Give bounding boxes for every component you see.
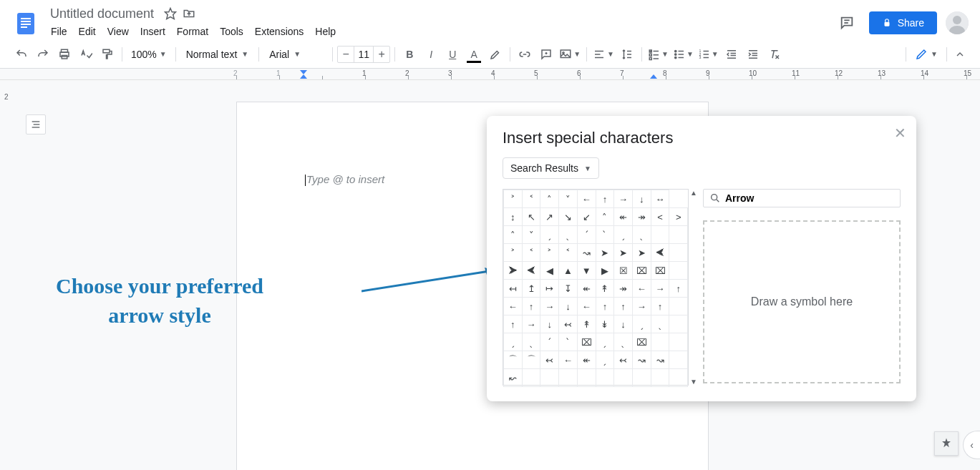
character-cell[interactable]: → xyxy=(522,315,540,333)
scroll-down-icon[interactable]: ▼ xyxy=(690,378,697,386)
character-cell[interactable] xyxy=(596,369,614,387)
character-cell[interactable]: ˏ xyxy=(540,226,559,244)
character-cell[interactable] xyxy=(669,244,688,262)
character-cell[interactable]: ➤ xyxy=(614,244,633,262)
character-cell[interactable]: ↞ xyxy=(614,208,633,226)
character-cell[interactable]: < xyxy=(651,208,669,226)
highlight-button[interactable] xyxy=(485,44,505,64)
search-box[interactable] xyxy=(703,189,901,207)
grid-scrollbar[interactable]: ▲ ▼ xyxy=(689,189,699,386)
character-cell[interactable]: ↢ xyxy=(559,315,578,333)
character-cell[interactable] xyxy=(522,369,540,387)
character-cell[interactable] xyxy=(559,369,578,387)
character-cell[interactable]: ↑ xyxy=(504,315,523,333)
character-cell[interactable]: ⌒ xyxy=(522,351,540,369)
character-cell[interactable]: ↧ xyxy=(559,280,578,298)
account-avatar[interactable] xyxy=(946,11,969,34)
character-cell[interactable]: ˎ xyxy=(651,315,669,333)
character-cell[interactable]: ↠ xyxy=(614,280,633,298)
menu-tools[interactable]: Tools xyxy=(215,23,248,40)
character-cell[interactable]: ˄ xyxy=(540,190,559,208)
close-button[interactable]: ✕ xyxy=(894,124,906,142)
character-cell[interactable]: ˄ xyxy=(596,208,614,226)
document-outline-button[interactable] xyxy=(26,114,46,134)
character-cell[interactable]: ↡ xyxy=(596,315,614,333)
insert-comment-button[interactable] xyxy=(536,44,556,64)
character-cell[interactable]: ↑ xyxy=(614,298,633,315)
spellcheck-button[interactable] xyxy=(76,44,96,64)
menu-help[interactable]: Help xyxy=(310,23,341,40)
text-color-button[interactable]: A xyxy=(464,44,484,64)
character-cell[interactable]: ← xyxy=(632,280,651,298)
character-cell[interactable]: ˅ xyxy=(559,190,578,208)
character-cell[interactable]: ˊ xyxy=(540,333,559,351)
menu-insert[interactable]: Insert xyxy=(135,23,170,40)
star-icon[interactable] xyxy=(164,7,177,20)
character-cell[interactable]: ↑ xyxy=(596,190,614,208)
bulleted-list-button[interactable]: ▼ xyxy=(671,44,695,64)
font-size-value[interactable]: 11 xyxy=(354,46,374,62)
character-cell[interactable]: ˎ xyxy=(632,226,651,244)
character-cell[interactable]: ➤ xyxy=(632,244,651,262)
move-to-folder-icon[interactable] xyxy=(183,7,195,20)
collapse-toolbar-button[interactable] xyxy=(951,46,969,63)
character-cell[interactable]: ˃ xyxy=(504,244,523,262)
character-cell[interactable]: ▼ xyxy=(577,262,596,280)
scroll-up-icon[interactable]: ▲ xyxy=(690,189,697,197)
character-cell[interactable] xyxy=(540,369,559,387)
menu-format[interactable]: Format xyxy=(172,23,213,40)
character-cell[interactable]: ↑ xyxy=(522,298,540,315)
character-cell[interactable]: ⌒ xyxy=(504,351,523,369)
character-cell[interactable] xyxy=(669,333,688,351)
bold-button[interactable]: B xyxy=(399,44,419,64)
menu-view[interactable]: View xyxy=(102,23,134,40)
character-cell[interactable]: ↢ xyxy=(540,351,559,369)
search-input[interactable] xyxy=(725,192,894,204)
character-cell[interactable]: ↔ xyxy=(651,190,669,208)
comments-icon[interactable] xyxy=(833,9,860,36)
share-button[interactable]: Share xyxy=(869,11,937,34)
character-cell[interactable] xyxy=(651,226,669,244)
character-cell[interactable]: → xyxy=(651,280,669,298)
character-cell[interactable]: → xyxy=(614,190,633,208)
character-cell[interactable]: → xyxy=(632,298,651,315)
character-cell[interactable]: ˃ xyxy=(540,244,559,262)
character-cell[interactable]: ↤ xyxy=(504,280,523,298)
character-cell[interactable]: ↟ xyxy=(577,315,596,333)
character-cell[interactable]: ⮜ xyxy=(522,262,540,280)
doc-title[interactable]: Untitled document xyxy=(46,5,158,23)
character-cell[interactable]: ◀ xyxy=(540,262,559,280)
font-size-increase[interactable]: + xyxy=(374,46,389,62)
character-cell[interactable]: ⮞ xyxy=(504,262,523,280)
character-cell[interactable]: ↓ xyxy=(559,298,578,315)
character-cell[interactable]: ˏ xyxy=(596,351,614,369)
character-cell[interactable]: ⮜ xyxy=(651,244,669,262)
character-cell[interactable]: ↘ xyxy=(559,208,578,226)
line-spacing-button[interactable] xyxy=(617,44,637,64)
character-cell[interactable] xyxy=(669,226,688,244)
character-cell[interactable]: ↥ xyxy=(522,280,540,298)
character-cell[interactable] xyxy=(669,315,688,333)
character-cell[interactable] xyxy=(651,369,669,387)
character-cell[interactable]: ▶ xyxy=(596,262,614,280)
character-cell[interactable] xyxy=(614,369,633,387)
font-family-dropdown[interactable]: Arial▼ xyxy=(263,49,328,60)
clear-formatting-button[interactable] xyxy=(765,44,785,64)
numbered-list-button[interactable]: 123▼ xyxy=(697,44,720,64)
character-cell[interactable]: ˏ xyxy=(596,333,614,351)
character-cell[interactable]: ˏ xyxy=(632,315,651,333)
character-cell[interactable]: ˋ xyxy=(559,333,578,351)
character-cell[interactable] xyxy=(669,298,688,315)
increase-indent-button[interactable] xyxy=(743,44,763,64)
character-cell[interactable]: ˏ xyxy=(614,226,633,244)
character-cell[interactable]: ← xyxy=(559,351,578,369)
character-cell[interactable]: ˃ xyxy=(504,190,523,208)
character-cell[interactable]: ← xyxy=(504,298,523,315)
character-cell[interactable]: ˄ xyxy=(504,226,523,244)
character-cell[interactable]: ← xyxy=(577,190,596,208)
character-cell[interactable]: ➤ xyxy=(596,244,614,262)
left-indent-marker[interactable] xyxy=(300,70,307,79)
vertical-ruler[interactable]: 2 xyxy=(0,80,14,470)
character-cell[interactable]: ˎ xyxy=(559,226,578,244)
character-cell[interactable]: > xyxy=(669,208,688,226)
